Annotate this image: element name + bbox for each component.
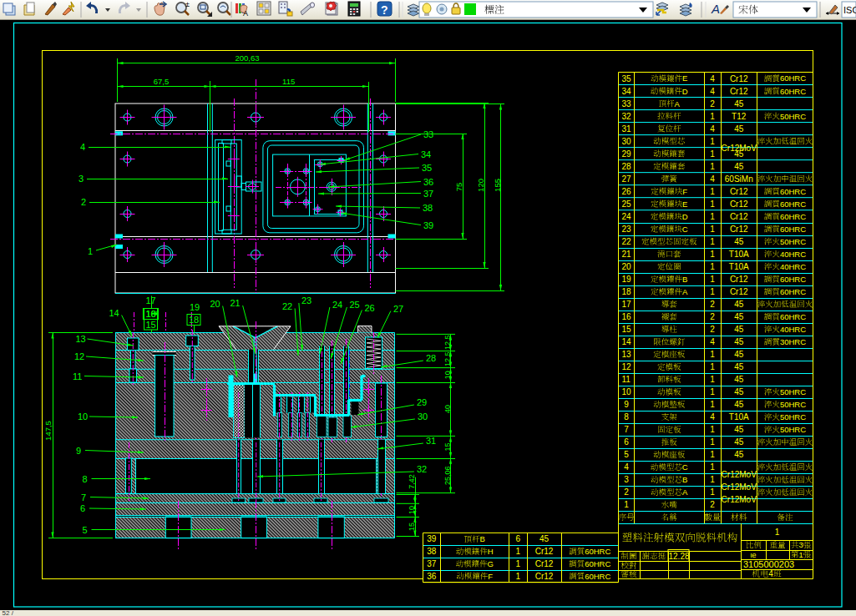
svg-text:29: 29	[417, 397, 427, 407]
svg-text:50HRC: 50HRC	[780, 412, 806, 422]
svg-text:60HRC: 60HRC	[780, 275, 806, 284]
svg-text:1: 1	[624, 500, 629, 509]
svg-text:34: 34	[421, 149, 431, 159]
svg-text:7: 7	[81, 492, 86, 502]
svg-text:1: 1	[710, 425, 715, 434]
svg-text:F: F	[682, 187, 687, 196]
svg-text:2: 2	[710, 500, 715, 509]
svg-text:Cr12: Cr12	[730, 212, 748, 221]
svg-text:32: 32	[417, 464, 427, 474]
svg-text:2: 2	[710, 300, 715, 309]
svg-text:16: 16	[621, 312, 631, 321]
svg-text:A: A	[711, 2, 720, 16]
svg-text:6: 6	[624, 437, 629, 447]
svg-text:1: 1	[516, 547, 521, 556]
svg-text:50HRC: 50HRC	[780, 400, 806, 409]
svg-text:4: 4	[710, 87, 715, 96]
svg-text:8: 8	[624, 412, 629, 422]
svg-text:C: C	[682, 462, 688, 472]
svg-text:15: 15	[621, 325, 631, 334]
svg-text:4: 4	[710, 337, 715, 346]
svg-text:36: 36	[423, 177, 433, 187]
svg-text:21: 21	[621, 250, 631, 259]
svg-text:20: 20	[210, 299, 220, 309]
svg-text:22: 22	[621, 237, 631, 246]
svg-text:Cr12: Cr12	[730, 87, 748, 96]
svg-text:1: 1	[710, 462, 715, 472]
svg-text:2: 2	[624, 487, 629, 497]
svg-text:27: 27	[621, 174, 631, 184]
svg-text:60HRC: 60HRC	[585, 547, 610, 556]
svg-text:10: 10	[621, 387, 631, 396]
svg-text:28: 28	[426, 353, 436, 363]
svg-text:A: A	[243, 9, 248, 18]
svg-text:1: 1	[88, 246, 93, 256]
svg-text:60HRC: 60HRC	[780, 187, 806, 196]
svg-text:Cr12: Cr12	[535, 572, 554, 581]
svg-text:60HRC: 60HRC	[780, 312, 806, 321]
svg-text:45: 45	[734, 124, 744, 134]
svg-text:1: 1	[710, 400, 715, 409]
svg-text:E: E	[682, 199, 687, 209]
svg-text:50HRC: 50HRC	[780, 425, 806, 434]
svg-text:35: 35	[621, 74, 631, 83]
svg-text:18: 18	[621, 287, 631, 296]
svg-text:12,5: 12,5	[443, 335, 452, 350]
svg-text:25,06: 25,06	[443, 466, 452, 485]
svg-text:45: 45	[734, 350, 744, 359]
svg-text:Cr12MoV: Cr12MoV	[722, 470, 757, 479]
svg-text:Cr12: Cr12	[730, 225, 748, 234]
svg-text:1: 1	[710, 375, 715, 384]
svg-text:26: 26	[364, 303, 374, 313]
svg-text:1: 1	[710, 437, 715, 447]
svg-text:45: 45	[734, 99, 744, 109]
svg-text:1: 1	[710, 262, 715, 271]
svg-text:1: 1	[710, 362, 715, 371]
svg-text:7,42: 7,42	[408, 474, 416, 489]
svg-text:6: 6	[80, 503, 85, 513]
svg-text:15: 15	[443, 443, 452, 452]
svg-text:Cr12MoV: Cr12MoV	[722, 495, 757, 504]
svg-text:29: 29	[621, 149, 631, 159]
svg-text:60SiMn: 60SiMn	[725, 174, 753, 184]
svg-text:35: 35	[422, 163, 432, 173]
svg-text:18: 18	[189, 315, 199, 325]
svg-text:37: 37	[427, 559, 437, 568]
svg-text:3: 3	[798, 540, 803, 549]
svg-text:4: 4	[80, 142, 85, 152]
svg-text:45: 45	[734, 300, 744, 309]
svg-text:11: 11	[621, 375, 631, 384]
svg-text:12: 12	[621, 362, 631, 371]
svg-text:31: 31	[426, 436, 436, 446]
svg-text:1: 1	[798, 550, 803, 559]
svg-text:Cr12: Cr12	[730, 199, 748, 209]
svg-text:1: 1	[710, 250, 715, 259]
svg-text:45: 45	[734, 362, 744, 371]
svg-text:28: 28	[621, 162, 631, 171]
svg-text:ιe: ιe	[751, 551, 757, 559]
svg-text:45: 45	[734, 387, 744, 396]
svg-text:120: 120	[476, 179, 485, 192]
svg-text:36: 36	[427, 572, 437, 581]
svg-text:Cr12: Cr12	[535, 547, 554, 556]
svg-text:23: 23	[301, 295, 312, 305]
svg-text:12.28: 12.28	[669, 552, 690, 561]
svg-text:4: 4	[710, 174, 715, 184]
svg-text:1: 1	[710, 199, 715, 209]
svg-text:2: 2	[710, 312, 715, 321]
svg-text:H: H	[488, 547, 494, 556]
svg-text:A: A	[682, 487, 688, 497]
svg-text:1: 1	[710, 387, 715, 396]
svg-text:?: ?	[381, 3, 388, 17]
svg-text:27: 27	[393, 304, 403, 314]
svg-text:32: 32	[621, 112, 631, 121]
svg-text:3: 3	[624, 475, 629, 484]
svg-text:115: 115	[282, 77, 295, 86]
svg-text:10: 10	[408, 506, 416, 514]
svg-text:1: 1	[710, 450, 715, 459]
svg-text:10: 10	[443, 371, 452, 379]
svg-text:4: 4	[710, 74, 715, 83]
svg-text:9: 9	[624, 400, 629, 409]
svg-text:F: F	[488, 572, 493, 581]
svg-text:60HRC: 60HRC	[585, 572, 610, 581]
